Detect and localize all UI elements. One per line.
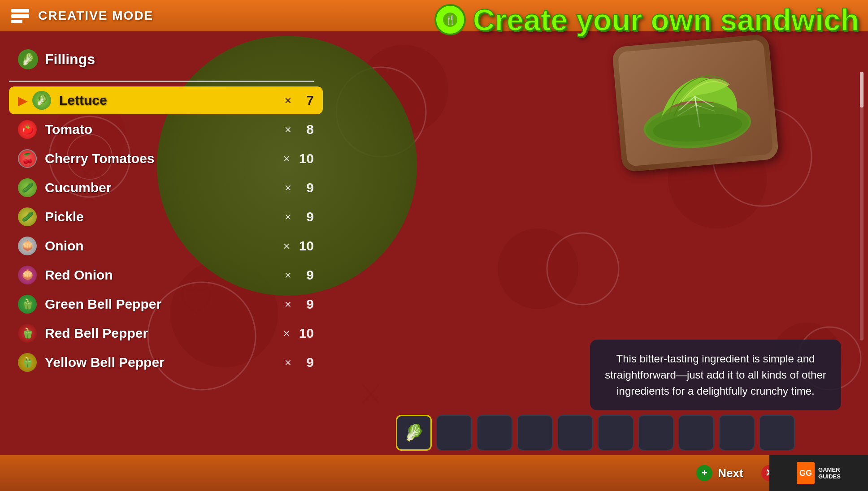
ingredient-slot[interactable]: 🥬 xyxy=(396,415,432,451)
ingredient-name: Onion xyxy=(45,238,283,254)
ingredient-x: × xyxy=(285,123,291,137)
ingredient-icon: 🫑 xyxy=(18,324,37,343)
scroll-indicator[interactable] xyxy=(860,72,864,340)
lettuce-image xyxy=(629,48,762,158)
description-box: This bitter-tasting ingredient is simple… xyxy=(590,340,841,410)
ingredient-name: Red Onion xyxy=(45,267,285,283)
gg-text: GAMER GUIDES xyxy=(818,466,841,480)
creative-mode-icon xyxy=(9,4,31,27)
ingredient-x: × xyxy=(285,181,291,195)
ingredient-count: 8 xyxy=(300,122,314,137)
svg-text:⚔: ⚔ xyxy=(359,379,383,409)
ingredient-slot[interactable] xyxy=(557,415,593,451)
ingredient-name: Green Bell Pepper xyxy=(45,297,285,312)
slot-inner xyxy=(481,419,508,446)
svg-point-4 xyxy=(547,233,619,305)
ingredient-item[interactable]: ▶ 🥒 Cucumber × 9 xyxy=(9,174,323,202)
ingredient-count: 9 xyxy=(300,180,314,195)
ingredient-slot[interactable] xyxy=(719,415,755,451)
fillings-icon: 🥬 xyxy=(18,49,38,69)
ingredient-icon: 🍒 xyxy=(18,149,37,168)
ingredient-slot[interactable] xyxy=(436,415,472,451)
gg-icon: GG xyxy=(797,462,815,484)
ingredient-name: Pickle xyxy=(45,209,285,224)
ingredient-item[interactable]: ▶ 🧅 Onion × 10 xyxy=(9,232,323,260)
ingredient-item[interactable]: ▶ 🍅 Tomato × 8 xyxy=(9,116,323,143)
svg-text:🍴: 🍴 xyxy=(445,14,456,25)
ingredient-count: 9 xyxy=(300,355,314,370)
selector-arrow: ▶ xyxy=(18,93,28,108)
next-icon: + xyxy=(696,465,712,481)
ingredient-list: ▶ 🥬 Lettuce × 7 ▶ 🍅 Tomato × 8 ▶ 🍒 Cherr… xyxy=(9,86,323,376)
ingredient-x: × xyxy=(285,210,291,224)
slot-inner: 🥬 xyxy=(400,419,427,446)
ingredient-count: 10 xyxy=(299,326,314,341)
left-panel: 🥬 Fillings ▶ 🥬 Lettuce × 7 ▶ 🍅 Tomato × … xyxy=(0,36,323,455)
main-title-text: Create your own sandwich xyxy=(473,2,859,37)
ingredient-slots: 🥬 xyxy=(323,415,868,451)
ingredient-count: 9 xyxy=(300,209,314,224)
scroll-thumb xyxy=(860,72,864,108)
slot-inner xyxy=(683,419,710,446)
ingredient-slot[interactable] xyxy=(477,415,512,451)
ingredient-slot[interactable] xyxy=(517,415,553,451)
ingredient-x: × xyxy=(283,239,290,253)
slot-inner xyxy=(521,419,548,446)
ingredient-name: Cucumber xyxy=(45,180,285,195)
slot-inner xyxy=(441,419,468,446)
food-display xyxy=(617,40,787,184)
ingredient-icon: 🧅 xyxy=(18,237,37,255)
slot-inner xyxy=(562,419,589,446)
slot-inner xyxy=(642,419,669,446)
fillings-title: Fillings xyxy=(45,51,95,68)
main-title-content: 🍴 Create your own sandwich xyxy=(434,2,859,37)
gamer-guides-logo: GG GAMER GUIDES xyxy=(769,455,868,491)
ingredient-name: Lettuce xyxy=(59,93,285,108)
ingredient-count: 7 xyxy=(300,93,314,108)
ingredient-item[interactable]: ▶ 🍒 Cherry Tomatoes × 10 xyxy=(9,145,323,172)
ingredient-count: 9 xyxy=(300,297,314,312)
ingredient-slot[interactable] xyxy=(678,415,714,451)
ingredient-icon: 🍅 xyxy=(18,120,37,139)
svg-rect-11 xyxy=(11,14,29,18)
slot-inner xyxy=(723,419,750,446)
fillings-header: 🥬 Fillings xyxy=(9,45,323,74)
ingredient-icon: 🥬 xyxy=(32,91,51,110)
ingredient-item[interactable]: ▶ 🧅 Red Onion × 9 xyxy=(9,261,323,289)
svg-rect-10 xyxy=(11,9,29,13)
ingredient-slot[interactable] xyxy=(759,415,795,451)
ingredient-name: Tomato xyxy=(45,122,285,137)
ingredient-slot[interactable] xyxy=(598,415,634,451)
ingredient-x: × xyxy=(285,356,291,370)
ingredient-item[interactable]: ▶ 🫑 Green Bell Pepper × 9 xyxy=(9,290,323,318)
ingredient-x: × xyxy=(285,297,291,311)
ingredient-x: × xyxy=(285,268,291,282)
bottom-bar: + Next ✕ Recipe Mode GG GAMER GUIDES xyxy=(0,455,868,491)
ingredient-name: Cherry Tomatoes xyxy=(45,151,283,166)
ingredient-x: × xyxy=(285,94,291,108)
ingredient-name: Red Bell Pepper xyxy=(45,326,283,341)
wooden-tray xyxy=(612,34,779,172)
ingredient-item[interactable]: ▶ 🥒 Pickle × 9 xyxy=(9,203,323,231)
sandwich-icon: 🍴 xyxy=(434,4,466,35)
ingredient-item[interactable]: ▶ 🫑 Yellow Bell Pepper × 9 xyxy=(9,349,323,376)
next-button[interactable]: + Next xyxy=(696,465,743,481)
ingredient-icon: 🥒 xyxy=(18,207,37,226)
ingredient-count: 10 xyxy=(299,238,314,254)
ingredient-slot[interactable] xyxy=(638,415,674,451)
ingredient-item[interactable]: ▶ 🥬 Lettuce × 7 xyxy=(9,86,323,114)
ingredient-icon: 🫑 xyxy=(18,353,37,372)
ingredient-icon: 🥒 xyxy=(18,178,37,197)
top-bar-title: CREATIVE MODE xyxy=(38,9,153,23)
description-text: This bitter-tasting ingredient is simple… xyxy=(603,351,828,399)
ingredient-item[interactable]: ▶ 🫑 Red Bell Pepper × 10 xyxy=(9,319,323,347)
slot-inner xyxy=(602,419,629,446)
ingredient-name: Yellow Bell Pepper xyxy=(45,355,285,370)
ingredient-x: × xyxy=(283,152,290,166)
next-label: Next xyxy=(718,466,743,480)
ingredient-icon: 🧅 xyxy=(18,266,37,284)
ingredient-icon: 🫑 xyxy=(18,295,37,314)
ingredient-count: 10 xyxy=(299,151,314,166)
slot-inner xyxy=(764,419,790,446)
ingredient-count: 9 xyxy=(300,267,314,283)
